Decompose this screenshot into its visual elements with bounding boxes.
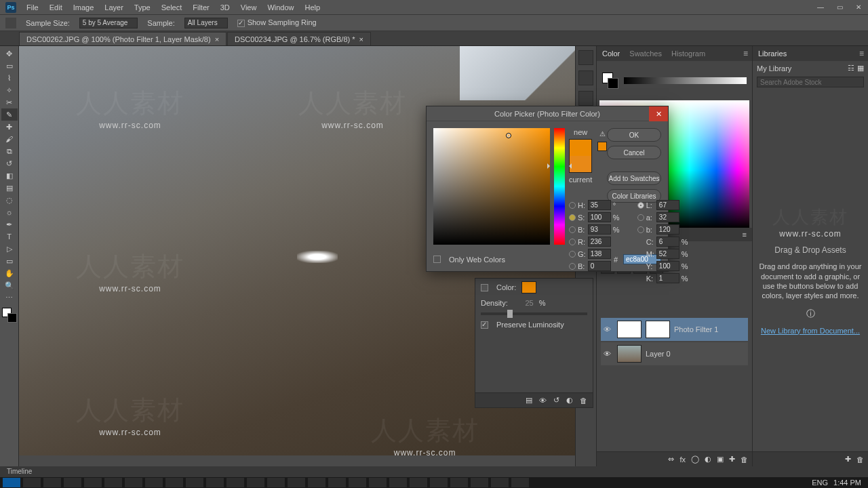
show-sampling-ring-checkbox[interactable]: Show Sampling Ring	[237, 18, 317, 27]
grid-view-icon[interactable]: ▦	[857, 64, 864, 73]
new-library-link[interactable]: New Library from Document...	[761, 327, 860, 335]
taskbar-app[interactable]	[125, 478, 142, 487]
y-input[interactable]	[656, 261, 679, 271]
menu-3d[interactable]: 3D	[216, 1, 235, 14]
taskbar-app[interactable]	[410, 478, 427, 487]
density-slider[interactable]	[481, 312, 587, 315]
gradient-tool[interactable]: ▤	[1, 182, 18, 194]
prev-icon[interactable]: ◐	[566, 396, 573, 405]
hand-tool[interactable]: ✋	[1, 267, 18, 279]
radio-b2[interactable]	[637, 226, 644, 233]
tab-swatches[interactable]: Swatches	[628, 48, 663, 59]
radio-g[interactable]	[569, 251, 576, 258]
type-tool[interactable]: T	[1, 230, 18, 243]
taskbar-app[interactable]	[104, 478, 122, 487]
only-web-checkbox[interactable]	[433, 256, 441, 263]
pen-tool[interactable]: ✒	[1, 218, 18, 230]
taskbar-app[interactable]	[369, 478, 387, 487]
reset-icon[interactable]: ↺	[553, 396, 559, 405]
sample-select[interactable]: All Layers	[184, 18, 228, 28]
radio-l[interactable]	[637, 202, 644, 209]
k-input[interactable]	[656, 273, 679, 283]
mask-icon[interactable]: ◯	[691, 455, 699, 464]
taskbar-app[interactable]	[186, 478, 203, 487]
maximize-button[interactable]: ▭	[830, 0, 849, 14]
list-view-icon[interactable]: ☷	[848, 64, 854, 73]
doc-tab-1[interactable]: DSC00262.JPG @ 100% (Photo Filter 1, Lay…	[19, 32, 226, 45]
taskbar-app[interactable]	[43, 478, 61, 487]
brightness-slider[interactable]	[624, 77, 747, 84]
group-icon[interactable]: ▣	[717, 455, 724, 464]
search-input[interactable]	[757, 77, 864, 87]
taskbar-app[interactable]	[165, 478, 183, 487]
add-swatches-button[interactable]: Add to Swatches	[607, 171, 661, 185]
bb-input[interactable]	[588, 261, 611, 271]
visibility-icon[interactable]: 👁	[604, 350, 613, 358]
menu-file[interactable]: File	[22, 1, 43, 14]
radio-r[interactable]	[569, 239, 576, 245]
radio-h[interactable]	[569, 202, 576, 209]
trash-icon[interactable]: 🗑	[580, 396, 587, 405]
layer-row-photo-filter[interactable]: 👁 Photo Filter 1	[601, 318, 748, 341]
taskbar-app[interactable]	[288, 478, 305, 487]
menu-filter[interactable]: Filter	[188, 1, 214, 14]
menu-layer[interactable]: Layer	[100, 1, 128, 14]
eraser-tool[interactable]: ◧	[1, 169, 18, 182]
taskbar-app[interactable]	[23, 478, 41, 487]
stamp-tool[interactable]: ⧉	[1, 145, 18, 157]
tray-clock[interactable]: 1:44 PM	[833, 479, 861, 487]
timeline-panel[interactable]: Timeline	[0, 466, 868, 477]
panel-menu-icon[interactable]: ≡	[859, 49, 864, 58]
lasso-tool[interactable]: ⌇	[1, 72, 18, 84]
radio-b[interactable]	[569, 226, 576, 233]
eyedropper-tool[interactable]: ✎	[1, 108, 18, 121]
blur-tool[interactable]: ◌	[1, 194, 18, 206]
taskbar-app[interactable]	[349, 478, 366, 487]
g-input[interactable]	[588, 249, 611, 259]
radio-a[interactable]	[637, 214, 644, 221]
taskbar-app[interactable]	[247, 478, 264, 487]
menu-select[interactable]: Select	[157, 1, 187, 14]
tray-lang[interactable]: ENG	[812, 479, 828, 487]
close-button[interactable]: ✕	[649, 106, 668, 121]
start-button[interactable]	[3, 478, 20, 487]
visibility-icon[interactable]: 👁	[604, 325, 613, 333]
fx-icon[interactable]: fx	[679, 455, 686, 464]
add-icon[interactable]: ✚	[845, 455, 851, 464]
layer-row-bg[interactable]: 👁 Layer 0	[601, 342, 748, 365]
taskbar-app[interactable]	[267, 478, 285, 487]
library-select[interactable]: My Library	[757, 64, 791, 73]
h-input[interactable]	[588, 200, 611, 210]
a-input[interactable]	[656, 212, 679, 222]
taskbar-app[interactable]	[389, 478, 407, 487]
ok-button[interactable]: OK	[607, 128, 661, 142]
history-brush-tool[interactable]: ↺	[1, 157, 18, 169]
move-tool[interactable]: ✥	[1, 47, 18, 60]
link-icon[interactable]: ⇔	[668, 455, 674, 464]
menu-type[interactable]: Type	[130, 1, 155, 14]
trash-icon[interactable]: 🗑	[741, 455, 748, 464]
dock-icon[interactable]	[578, 91, 593, 106]
dock-icon[interactable]	[578, 50, 593, 65]
taskbar-app[interactable]	[145, 478, 163, 487]
menu-help[interactable]: Help	[300, 1, 326, 14]
radio-bb[interactable]	[569, 263, 576, 270]
taskbar-app[interactable]	[328, 478, 346, 487]
minimize-button[interactable]: —	[811, 0, 830, 14]
cancel-button[interactable]: Cancel	[607, 146, 661, 159]
menu-image[interactable]: Image	[68, 1, 99, 14]
dodge-tool[interactable]: ☼	[1, 206, 18, 218]
taskbar-app[interactable]	[430, 478, 448, 487]
doc-tab-2[interactable]: DSC00234.JPG @ 16.7% (RGB/8) *×	[227, 32, 371, 45]
close-icon[interactable]: ×	[215, 35, 219, 43]
heal-tool[interactable]: ✚	[1, 121, 18, 133]
websafe-warning-icon[interactable]	[597, 142, 607, 151]
adjust-icon[interactable]: ◐	[705, 455, 711, 464]
radio-s[interactable]	[569, 214, 576, 221]
trash-icon[interactable]: 🗑	[856, 455, 864, 464]
menu-window[interactable]: Window	[262, 1, 298, 14]
filter-color-swatch[interactable]	[521, 281, 536, 293]
sample-size-select[interactable]: 5 by 5 Average	[79, 18, 138, 28]
tab-histogram[interactable]: Histogram	[670, 48, 707, 59]
path-tool[interactable]: ▷	[1, 243, 18, 255]
